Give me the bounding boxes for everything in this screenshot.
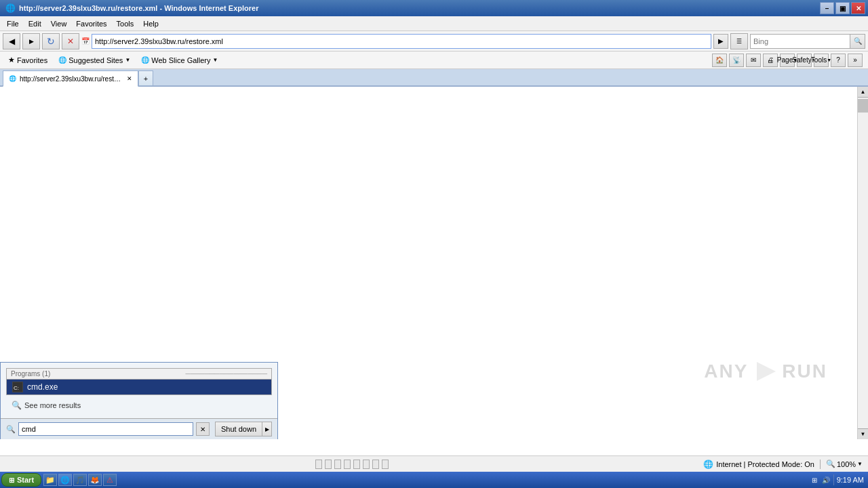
expand-button[interactable]: » xyxy=(848,54,863,67)
shutdown-button[interactable]: Shut down xyxy=(215,422,262,436)
main-content: ANY RUN ▲ ▼ Programs (1) ───────────────… xyxy=(0,87,868,439)
help-label: ? xyxy=(836,56,840,64)
tab-label: http://server2.39slxu3bw.ru/restore.xml xyxy=(20,75,121,83)
svg-text:C:: C: xyxy=(14,385,19,391)
favorites-menu[interactable]: Favorites xyxy=(72,18,111,29)
status-indicator-1 xyxy=(315,460,322,469)
status-indicator-2 xyxy=(325,460,332,469)
print-button[interactable]: 🖨 xyxy=(763,54,778,67)
close-button[interactable]: ✕ xyxy=(851,2,865,14)
search-box: 🔍 xyxy=(750,34,865,49)
search-field-icon: 🔍 xyxy=(6,425,16,434)
suggested-sites-label: Suggested Sites xyxy=(68,56,123,64)
compatibility-button[interactable]: ☰ xyxy=(730,33,748,49)
program-item-label: cmd.exe xyxy=(27,382,58,392)
refresh-button[interactable]: ↻ xyxy=(42,33,60,49)
clear-search-button[interactable]: ✕ xyxy=(196,422,210,436)
start-menu-bottom: 🔍 ✕ Shut down ▶ xyxy=(1,418,277,439)
watermark-logo xyxy=(751,358,778,385)
programs-section: Programs (1) ───────────────── C: cmd.ex… xyxy=(6,368,272,395)
ie-icon-small2: 🌐 xyxy=(141,56,149,64)
address-bar: ◀ ▶ ↻ ✕ 📅 ▶ ☰ 🔍 xyxy=(0,31,868,52)
taskbar-media-item[interactable]: 🎵 xyxy=(73,474,87,486)
cmd-icon: C: xyxy=(12,382,23,392)
status-indicator-3 xyxy=(334,460,341,469)
taskbar-firefox-item[interactable]: 🦊 xyxy=(88,474,102,486)
globe-icon: 🌐 xyxy=(703,460,713,469)
help-button[interactable]: ? xyxy=(831,54,846,67)
zoom-icon: 🔍 xyxy=(826,460,835,468)
forward-button[interactable]: ▶ xyxy=(22,33,40,49)
ie-icon: 🌐 xyxy=(5,3,16,13)
suggested-sites-item[interactable]: 🌐 Suggested Sites ▼ xyxy=(56,55,133,66)
tab-icon: 🌐 xyxy=(9,75,16,82)
new-tab-button[interactable]: + xyxy=(138,70,153,85)
programs-header: Programs (1) ───────────────── xyxy=(7,369,271,380)
tools-button[interactable]: Tools ▼ xyxy=(814,54,829,67)
home-button[interactable]: 🏠 xyxy=(712,54,727,67)
help-menu[interactable]: Help xyxy=(139,18,163,29)
shutdown-arrow-button[interactable]: ▶ xyxy=(262,422,272,436)
taskbar-right: ⊞ 🔊 9:19 AM xyxy=(810,474,867,485)
file-menu[interactable]: File xyxy=(3,18,23,29)
safety-button[interactable]: Safety ▼ xyxy=(797,54,812,67)
zoom-chevron: ▼ xyxy=(857,461,863,467)
active-tab[interactable]: 🌐 http://server2.39slxu3bw.ru/restore.xm… xyxy=(3,70,138,87)
scrollbar[interactable]: ▲ ▼ xyxy=(857,87,868,439)
restore-button[interactable]: ▣ xyxy=(835,2,850,14)
mail-button[interactable]: ✉ xyxy=(746,54,761,67)
internet-status-text: Internet | Protected Mode: On xyxy=(716,460,814,468)
program-item-cmd[interactable]: C: cmd.exe xyxy=(7,380,271,394)
favorites-label: Favorites xyxy=(17,56,47,64)
status-indicator-4 xyxy=(344,460,351,469)
tab-bar: 🌐 http://server2.39slxu3bw.ru/restore.xm… xyxy=(0,69,868,87)
search-button[interactable]: 🔍 xyxy=(850,35,865,48)
safety-label: Safety xyxy=(792,56,811,64)
taskbar: ⊞ Start 📁 🌐 🎵 🦊 ⚠ ⊞ 🔊 9:19 AM xyxy=(0,472,868,488)
zoom-control[interactable]: 🔍 100% ▼ xyxy=(826,460,863,468)
edit-menu[interactable]: Edit xyxy=(24,18,45,29)
zoom-label: 100% xyxy=(837,460,856,468)
minimize-button[interactable]: – xyxy=(820,2,834,14)
windows-icon: ⊞ xyxy=(9,476,14,484)
search-field-container: 🔍 ✕ xyxy=(6,422,210,436)
view-menu[interactable]: View xyxy=(47,18,71,29)
back-button[interactable]: ◀ xyxy=(3,33,20,49)
scroll-thumb[interactable] xyxy=(858,99,868,113)
status-dividers xyxy=(5,460,698,469)
status-right: 🌐 Internet | Protected Mode: On 🔍 100% ▼ xyxy=(703,460,863,469)
tools-label: Tools xyxy=(811,56,827,64)
tools-menu[interactable]: Tools xyxy=(113,18,138,29)
favorites-bar: ★ Favorites 🌐 Suggested Sites ▼ 🌐 Web Sl… xyxy=(0,52,868,69)
see-more-label: See more results xyxy=(24,401,81,409)
search-input[interactable] xyxy=(751,35,850,48)
tab-close-icon[interactable]: ✕ xyxy=(127,75,132,82)
address-label: 📅 xyxy=(81,37,90,45)
svg-marker-0 xyxy=(757,362,776,381)
go-button[interactable]: ▶ xyxy=(713,34,728,49)
taskbar-items: 📁 🌐 🎵 🦊 ⚠ xyxy=(43,474,808,486)
taskbar-ie-item[interactable]: 🌐 xyxy=(58,474,72,486)
scroll-down[interactable]: ▼ xyxy=(858,428,868,439)
favorites-button[interactable]: ★ Favorites xyxy=(5,54,50,66)
taskbar-error-item[interactable]: ⚠ xyxy=(103,474,117,486)
programs-header-text: Programs (1) xyxy=(11,370,50,378)
network-tray-icon: ⊞ xyxy=(810,475,819,485)
ie-icon-small: 🌐 xyxy=(58,56,66,64)
stop-button[interactable]: ✕ xyxy=(62,33,79,49)
window-title: http://server2.39slxu3bw.ru/restore.xml … xyxy=(19,4,258,12)
see-more-results[interactable]: 🔍 See more results xyxy=(6,398,272,413)
star-icon: ★ xyxy=(8,56,15,64)
start-menu: Programs (1) ───────────────── C: cmd.ex… xyxy=(0,362,278,439)
status-bar: 🌐 Internet | Protected Mode: On 🔍 100% ▼ xyxy=(0,455,868,472)
start-button[interactable]: ⊞ Start xyxy=(1,473,41,487)
watermark: ANY RUN xyxy=(704,358,827,385)
start-label: Start xyxy=(17,476,34,484)
web-slice-gallery-item[interactable]: 🌐 Web Slice Gallery ▼ xyxy=(138,55,220,66)
address-input[interactable] xyxy=(92,34,711,49)
start-search-input[interactable] xyxy=(18,422,193,436)
title-bar-text: 🌐 http://server2.39slxu3bw.ru/restore.xm… xyxy=(5,3,258,13)
taskbar-folder-item[interactable]: 📁 xyxy=(43,474,57,486)
feeds-button[interactable]: 📡 xyxy=(729,54,744,67)
scroll-up[interactable]: ▲ xyxy=(858,87,868,98)
